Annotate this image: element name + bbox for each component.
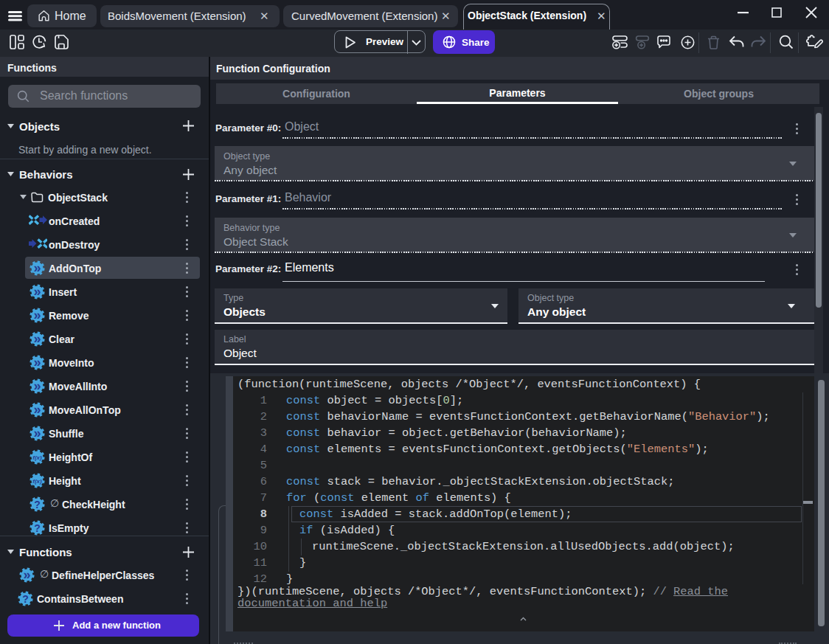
svg-text:»: » (33, 355, 41, 370)
svg-text:f(x): f(x) (32, 454, 42, 461)
svg-text:?: ? (34, 522, 41, 534)
svg-text:»: » (33, 331, 41, 346)
svg-text:»: » (33, 284, 41, 299)
svg-text:»: » (33, 308, 41, 322)
svg-text:f(x): f(x) (32, 478, 42, 485)
svg-text:?: ? (34, 499, 41, 510)
svg-text:»: » (33, 402, 41, 417)
svg-text:»: » (33, 260, 41, 275)
svg-text:»: » (23, 567, 30, 582)
svg-text:?: ? (22, 593, 29, 605)
svg-text:»: » (33, 378, 41, 393)
svg-text:»: » (33, 426, 41, 440)
